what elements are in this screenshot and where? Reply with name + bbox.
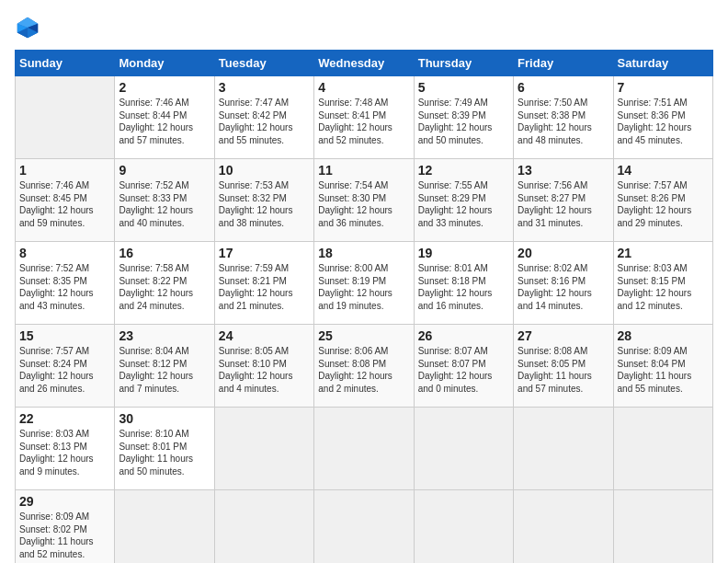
day-number: 23	[119, 328, 210, 343]
day-info: Sunrise: 8:09 AM Sunset: 8:04 PM Dayligh…	[618, 345, 709, 395]
day-number: 22	[19, 411, 110, 426]
day-info: Sunrise: 7:46 AM Sunset: 8:44 PM Dayligh…	[119, 97, 210, 146]
calendar-cell: 19Sunrise: 8:01 AM Sunset: 8:18 PM Dayli…	[414, 242, 513, 325]
calendar-cell: 2Sunrise: 7:46 AM Sunset: 8:44 PM Daylig…	[115, 76, 214, 159]
logo	[15, 15, 44, 40]
day-number: 5	[418, 80, 509, 95]
calendar-cell	[613, 408, 712, 490]
day-info: Sunrise: 7:48 AM Sunset: 8:41 PM Dayligh…	[318, 97, 409, 146]
calendar-cell	[514, 408, 613, 490]
calendar-cell: 6Sunrise: 7:50 AM Sunset: 8:38 PM Daylig…	[514, 76, 613, 159]
day-info: Sunrise: 7:53 AM Sunset: 8:32 PM Dayligh…	[219, 179, 310, 229]
calendar-cell	[514, 490, 613, 564]
calendar-cell: 21Sunrise: 8:03 AM Sunset: 8:15 PM Dayli…	[613, 242, 712, 325]
calendar-cell: 18Sunrise: 8:00 AM Sunset: 8:19 PM Dayli…	[314, 242, 414, 325]
day-number: 24	[219, 328, 310, 343]
calendar-table: SundayMondayTuesdayWednesdayThursdayFrid…	[15, 50, 713, 563]
day-number: 26	[418, 328, 509, 343]
day-info: Sunrise: 8:07 AM Sunset: 8:07 PM Dayligh…	[418, 345, 509, 395]
calendar-week-row: 8Sunrise: 7:52 AM Sunset: 8:35 PM Daylig…	[16, 242, 713, 325]
calendar-cell: 17Sunrise: 7:59 AM Sunset: 8:21 PM Dayli…	[214, 242, 313, 325]
day-number: 28	[618, 328, 709, 343]
day-info: Sunrise: 7:49 AM Sunset: 8:39 PM Dayligh…	[418, 97, 509, 146]
calendar-cell: 12Sunrise: 7:55 AM Sunset: 8:29 PM Dayli…	[414, 159, 513, 242]
day-number: 8	[19, 246, 110, 260]
day-info: Sunrise: 8:02 AM Sunset: 8:16 PM Dayligh…	[518, 262, 609, 312]
day-number: 29	[19, 494, 110, 509]
calendar-cell	[214, 408, 313, 490]
day-number: 1	[19, 163, 110, 178]
day-of-week-header: Saturday	[613, 51, 712, 76]
logo-icon	[15, 15, 40, 40]
calendar-cell: 16Sunrise: 7:58 AM Sunset: 8:22 PM Dayli…	[115, 242, 214, 325]
calendar-cell: 26Sunrise: 8:07 AM Sunset: 8:07 PM Dayli…	[414, 325, 513, 408]
calendar-cell: 25Sunrise: 8:06 AM Sunset: 8:08 PM Dayli…	[314, 325, 414, 408]
day-info: Sunrise: 7:52 AM Sunset: 8:33 PM Dayligh…	[119, 179, 210, 229]
day-info: Sunrise: 7:52 AM Sunset: 8:35 PM Dayligh…	[19, 262, 110, 312]
day-info: Sunrise: 8:06 AM Sunset: 8:08 PM Dayligh…	[318, 345, 409, 395]
calendar-cell: 29Sunrise: 8:09 AM Sunset: 8:02 PM Dayli…	[16, 490, 115, 564]
calendar-cell	[314, 408, 414, 490]
day-number: 11	[318, 163, 409, 178]
day-info: Sunrise: 7:55 AM Sunset: 8:29 PM Dayligh…	[418, 179, 509, 229]
calendar-cell: 14Sunrise: 7:57 AM Sunset: 8:26 PM Dayli…	[613, 159, 712, 242]
calendar-cell: 4Sunrise: 7:48 AM Sunset: 8:41 PM Daylig…	[314, 76, 414, 159]
day-number: 25	[318, 328, 409, 343]
day-info: Sunrise: 7:59 AM Sunset: 8:21 PM Dayligh…	[219, 262, 310, 312]
calendar-cell: 20Sunrise: 8:02 AM Sunset: 8:16 PM Dayli…	[514, 242, 613, 325]
calendar-cell: 8Sunrise: 7:52 AM Sunset: 8:35 PM Daylig…	[16, 242, 115, 325]
day-info: Sunrise: 8:05 AM Sunset: 8:10 PM Dayligh…	[219, 345, 310, 395]
day-info: Sunrise: 7:47 AM Sunset: 8:42 PM Dayligh…	[219, 97, 310, 146]
day-number: 16	[119, 246, 210, 260]
calendar-cell: 3Sunrise: 7:47 AM Sunset: 8:42 PM Daylig…	[214, 76, 313, 159]
calendar-week-row: 1Sunrise: 7:46 AM Sunset: 8:45 PM Daylig…	[16, 159, 713, 242]
day-info: Sunrise: 8:03 AM Sunset: 8:15 PM Dayligh…	[618, 262, 709, 312]
day-number: 18	[318, 246, 409, 260]
calendar-cell: 30Sunrise: 8:10 AM Sunset: 8:01 PM Dayli…	[115, 408, 214, 490]
day-number: 13	[518, 163, 609, 178]
day-number: 30	[119, 411, 210, 426]
day-number: 4	[318, 80, 409, 95]
day-info: Sunrise: 7:57 AM Sunset: 8:26 PM Dayligh…	[618, 179, 709, 229]
page-header	[15, 15, 713, 40]
calendar-week-row: 22Sunrise: 8:03 AM Sunset: 8:13 PM Dayli…	[16, 408, 713, 490]
day-number: 17	[219, 246, 310, 260]
calendar-week-row: 15Sunrise: 7:57 AM Sunset: 8:24 PM Dayli…	[16, 325, 713, 408]
day-number: 6	[518, 80, 609, 95]
day-of-week-header: Monday	[115, 51, 214, 76]
day-of-week-header: Sunday	[16, 51, 115, 76]
day-of-week-header: Tuesday	[214, 51, 313, 76]
calendar-cell	[214, 490, 313, 564]
day-number: 10	[219, 163, 310, 178]
day-of-week-header: Wednesday	[314, 51, 414, 76]
calendar-cell: 1Sunrise: 7:46 AM Sunset: 8:45 PM Daylig…	[16, 159, 115, 242]
calendar-cell: 27Sunrise: 8:08 AM Sunset: 8:05 PM Dayli…	[514, 325, 613, 408]
calendar-cell	[613, 490, 712, 564]
day-number: 21	[618, 246, 709, 260]
day-info: Sunrise: 7:54 AM Sunset: 8:30 PM Dayligh…	[318, 179, 409, 229]
day-number: 12	[418, 163, 509, 178]
calendar-cell: 28Sunrise: 8:09 AM Sunset: 8:04 PM Dayli…	[613, 325, 712, 408]
calendar-cell: 24Sunrise: 8:05 AM Sunset: 8:10 PM Dayli…	[214, 325, 313, 408]
calendar-cell	[414, 408, 513, 490]
day-info: Sunrise: 8:01 AM Sunset: 8:18 PM Dayligh…	[418, 262, 509, 312]
day-number: 19	[418, 246, 509, 260]
calendar-cell	[414, 490, 513, 564]
calendar-cell: 7Sunrise: 7:51 AM Sunset: 8:36 PM Daylig…	[613, 76, 712, 159]
day-info: Sunrise: 8:10 AM Sunset: 8:01 PM Dayligh…	[119, 428, 210, 477]
calendar-cell: 11Sunrise: 7:54 AM Sunset: 8:30 PM Dayli…	[314, 159, 414, 242]
calendar-cell: 23Sunrise: 8:04 AM Sunset: 8:12 PM Dayli…	[115, 325, 214, 408]
day-info: Sunrise: 8:08 AM Sunset: 8:05 PM Dayligh…	[518, 345, 609, 395]
calendar-cell: 13Sunrise: 7:56 AM Sunset: 8:27 PM Dayli…	[514, 159, 613, 242]
day-number: 9	[119, 163, 210, 178]
calendar-cell: 9Sunrise: 7:52 AM Sunset: 8:33 PM Daylig…	[115, 159, 214, 242]
day-number: 20	[518, 246, 609, 260]
day-info: Sunrise: 7:57 AM Sunset: 8:24 PM Dayligh…	[19, 345, 110, 395]
calendar-cell	[314, 490, 414, 564]
calendar-cell: 15Sunrise: 7:57 AM Sunset: 8:24 PM Dayli…	[16, 325, 115, 408]
day-info: Sunrise: 7:58 AM Sunset: 8:22 PM Dayligh…	[119, 262, 210, 312]
day-info: Sunrise: 7:50 AM Sunset: 8:38 PM Dayligh…	[518, 97, 609, 146]
calendar-week-row: 29Sunrise: 8:09 AM Sunset: 8:02 PM Dayli…	[16, 490, 713, 564]
day-info: Sunrise: 7:51 AM Sunset: 8:36 PM Dayligh…	[618, 97, 709, 146]
day-info: Sunrise: 8:04 AM Sunset: 8:12 PM Dayligh…	[119, 345, 210, 395]
